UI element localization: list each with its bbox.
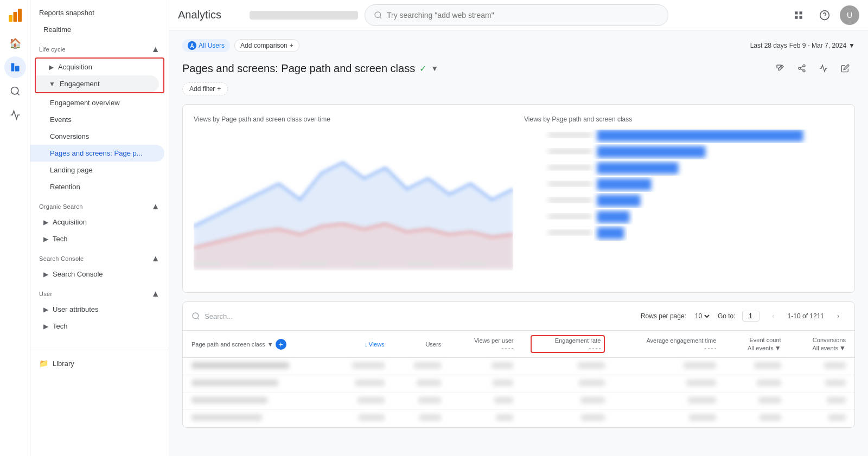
svg-rect-27 xyxy=(407,261,433,266)
col-add-button[interactable]: + xyxy=(276,339,286,350)
user-section-header[interactable]: User ▲ xyxy=(30,282,169,301)
prev-page-button[interactable]: ‹ xyxy=(766,309,781,324)
sidebar-item-pages-screens[interactable]: Pages and screens: Page p... xyxy=(30,145,164,162)
sidebar: Reports snapshot Realtime Life cycle ▲ ▶… xyxy=(30,0,169,456)
add-comparison-button[interactable]: Add comparison + xyxy=(234,39,299,52)
rows-per-page-label: Rows per page: xyxy=(641,312,686,320)
col-views-per-user-label: Views per user xyxy=(474,337,514,344)
sidebar-item-engagement-overview[interactable]: Engagement overview xyxy=(30,94,164,111)
filter-bar: Add filter + xyxy=(182,82,855,95)
advertising-icon[interactable] xyxy=(4,104,26,126)
col-engagement-rate[interactable]: Engagement rate - - - - xyxy=(522,331,614,358)
sidebar-item-organic-acquisition[interactable]: ▶ Acquisition xyxy=(30,214,164,230)
data-table: Page path and screen class ▼ + ↓ Views xyxy=(183,331,854,427)
svg-point-17 xyxy=(799,67,801,69)
sidebar-item-conversions[interactable]: Conversions xyxy=(30,128,164,145)
col-avg-engagement-time[interactable]: Average engagement time - - - - xyxy=(614,331,725,358)
svg-rect-36 xyxy=(597,130,803,142)
main-content: Analytics U xyxy=(169,0,868,456)
reports-icon[interactable] xyxy=(4,56,26,78)
col-users[interactable]: Users xyxy=(393,331,450,358)
col-views-per-user[interactable]: Views per user - - - - xyxy=(450,331,522,358)
col-views[interactable]: ↓ Views xyxy=(329,331,393,358)
chart-right-area xyxy=(524,130,844,281)
date-range[interactable]: Last 28 days Feb 9 - Mar 7, 2024 ▼ xyxy=(750,42,855,49)
title-dropdown-icon[interactable]: ▼ xyxy=(431,64,438,73)
home-icon[interactable]: 🏠 xyxy=(4,33,26,54)
sidebar-item-retention[interactable]: Retention xyxy=(30,178,164,195)
col-page-path[interactable]: Page path and screen class ▼ + xyxy=(183,331,329,358)
svg-rect-25 xyxy=(300,261,327,266)
next-page-button[interactable]: › xyxy=(831,309,846,324)
svg-rect-40 xyxy=(597,195,641,207)
sidebar-item-user-tech[interactable]: ▶ Tech xyxy=(30,318,164,335)
search-console-arrow: ▶ xyxy=(43,271,48,278)
svg-line-20 xyxy=(801,66,803,68)
sidebar-item-landing-page[interactable]: Landing page xyxy=(30,162,164,178)
all-users-chip[interactable]: A All Users xyxy=(182,39,230,52)
svg-rect-0 xyxy=(9,15,12,22)
svg-rect-26 xyxy=(354,261,380,266)
share-icon-btn[interactable] xyxy=(792,59,812,78)
col-engagement-rate-sub: - - - - xyxy=(589,345,601,351)
page-title-group: Pages and screens: Page path and screen … xyxy=(182,62,438,75)
svg-rect-39 xyxy=(597,178,652,190)
goto-page-input[interactable] xyxy=(742,311,760,322)
search-console-section-label: Search Console xyxy=(39,255,84,262)
svg-rect-9 xyxy=(795,11,797,14)
user-attributes-arrow: ▶ xyxy=(43,306,48,313)
sidebar-item-search-console[interactable]: ▶ Search Console xyxy=(30,266,164,282)
table-search-input[interactable] xyxy=(205,312,636,320)
lifecycle-section-header[interactable]: Life cycle ▲ xyxy=(30,38,169,56)
sidebar-item-acquisition[interactable]: ▶ Acquisition xyxy=(36,59,159,75)
add-filter-button[interactable]: Add filter + xyxy=(182,82,228,95)
sidebar-item-engagement[interactable]: ▼ Engagement xyxy=(36,75,159,92)
svg-rect-24 xyxy=(247,261,273,266)
sidebar-item-organic-tech[interactable]: ▶ Tech xyxy=(30,230,164,247)
col-page-path-dropdown[interactable]: ▼ xyxy=(267,341,273,348)
help-icon xyxy=(819,10,830,21)
pencil-icon xyxy=(776,64,784,73)
explore-icon[interactable] xyxy=(4,80,26,102)
line-chart-svg xyxy=(194,130,513,271)
reports-snapshot-link[interactable]: Reports snapshot xyxy=(30,0,169,21)
svg-rect-12 xyxy=(800,16,802,18)
search-bar[interactable] xyxy=(365,4,668,26)
sidebar-item-realtime[interactable]: Realtime xyxy=(30,21,164,38)
edit-report-icon-btn[interactable] xyxy=(770,59,790,78)
organic-search-section-header[interactable]: Organic Search ▲ xyxy=(30,195,169,214)
customize-icon-btn[interactable] xyxy=(835,59,855,78)
share-icon xyxy=(797,64,806,73)
svg-rect-23 xyxy=(194,261,220,266)
svg-rect-10 xyxy=(800,11,802,14)
conversions-dropdown-arrow[interactable]: ▼ xyxy=(839,344,846,352)
table-container: Rows per page: 10 25 50 Go to: ‹ 1-10 of… xyxy=(182,301,855,428)
top-bar-actions: U xyxy=(788,4,859,26)
goto-label: Go to: xyxy=(718,312,736,320)
event-count-dropdown-arrow[interactable]: ▼ xyxy=(775,344,781,352)
user-avatar[interactable]: U xyxy=(840,5,859,25)
search-input[interactable] xyxy=(387,11,659,20)
col-conversions-sub: All events xyxy=(812,345,838,351)
sidebar-item-library[interactable]: 📁 Library xyxy=(30,355,169,372)
col-event-count[interactable]: Event count All events ▼ xyxy=(725,331,789,358)
date-range-label: Last 28 days xyxy=(750,42,787,49)
col-conversions[interactable]: Conversions All events ▼ xyxy=(790,331,854,358)
sidebar-item-events[interactable]: Events xyxy=(30,111,164,128)
user-section-label: User xyxy=(39,291,52,297)
chart-right-title: Views by Page path and screen class xyxy=(524,115,844,123)
col-views-label: Views xyxy=(368,341,384,348)
sidebar-item-user-attributes[interactable]: ▶ User attributes xyxy=(30,301,164,318)
col-avg-engagement-time-label: Average engagement time xyxy=(646,337,716,344)
help-icon-btn[interactable] xyxy=(814,4,835,26)
charts-row: Views by Page path and screen class over… xyxy=(194,115,844,281)
page-area: A All Users Add comparison + Last 28 day… xyxy=(169,30,868,456)
svg-line-44 xyxy=(197,318,199,319)
search-console-section-header[interactable]: Search Console ▲ xyxy=(30,247,169,266)
table-body xyxy=(183,358,854,427)
organic-tech-arrow: ▶ xyxy=(43,235,48,243)
table-row xyxy=(183,410,854,427)
grid-icon-btn[interactable] xyxy=(788,4,809,26)
insights-icon-btn[interactable] xyxy=(814,59,833,78)
rows-per-page-select[interactable]: 10 25 50 xyxy=(693,312,711,320)
